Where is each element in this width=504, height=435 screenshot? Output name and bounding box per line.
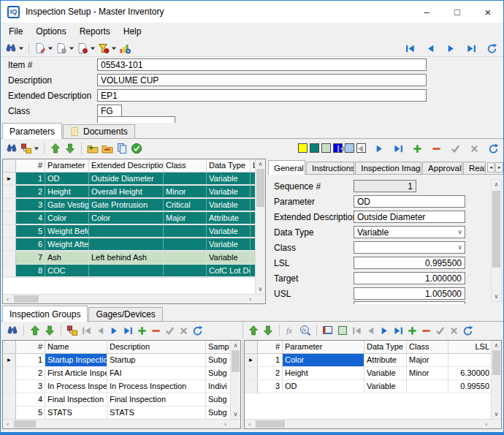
cell[interactable]: Subg: [206, 367, 230, 379]
cell[interactable]: 5: [16, 225, 45, 238]
tab-inspection-image[interactable]: Inspection Image: [355, 162, 421, 174]
cell[interactable]: First Article Inspection: [45, 367, 107, 379]
next-row-button[interactable]: [373, 140, 386, 156]
column-header[interactable]: LSL: [448, 341, 491, 353]
class-field[interactable]: FG: [97, 105, 122, 117]
table-row[interactable]: ►1Startup InspectionStartupSubg: [3, 354, 230, 367]
post-param-button[interactable]: [433, 322, 447, 338]
row-selector[interactable]: [3, 380, 16, 393]
formula-button[interactable]: [283, 322, 298, 338]
cell[interactable]: Major: [407, 354, 448, 366]
row-selector[interactable]: [3, 367, 16, 379]
delete-row-button[interactable]: [429, 140, 443, 156]
table-row[interactable]: 2First Article InspectionFAISubg: [3, 367, 230, 380]
cell[interactable]: Color: [283, 354, 364, 366]
maximize-button[interactable]: □: [442, 1, 473, 23]
uom-field[interactable]: IN: [354, 301, 465, 304]
row-selector[interactable]: [3, 199, 16, 211]
search-group-button[interactable]: [5, 322, 20, 338]
table-row[interactable]: 8COCCofC Lot Doc: [3, 265, 255, 278]
scroll-up-icon[interactable]: ∧: [231, 341, 240, 350]
tab-scroll-left-icon[interactable]: ◂: [487, 162, 495, 173]
search-dropdown-icon[interactable]: [18, 40, 25, 56]
scroll-down-icon[interactable]: ∨: [492, 292, 501, 301]
cell[interactable]: In Process Inspection: [107, 380, 206, 393]
scroll-down-icon[interactable]: ∨: [256, 284, 265, 294]
usl-field[interactable]: 1.005000: [354, 287, 465, 300]
export-group-button[interactable]: [100, 140, 115, 156]
horizontal-scrollbar[interactable]: ‹›: [245, 419, 501, 428]
edit-document-button[interactable]: [33, 40, 47, 56]
cell[interactable]: Startup Inspection: [45, 354, 107, 366]
search-button[interactable]: [4, 40, 18, 56]
cell[interactable]: 0.99550: [448, 380, 491, 393]
cell[interactable]: 3: [258, 380, 283, 393]
add-group-button[interactable]: [135, 322, 149, 338]
cell[interactable]: [164, 238, 207, 251]
class-select[interactable]: ∨: [354, 241, 465, 254]
row-selector[interactable]: [3, 238, 16, 251]
move-param-up-button[interactable]: [246, 322, 261, 338]
cell[interactable]: Minor: [407, 367, 448, 379]
cell[interactable]: In Process Inspection: [45, 380, 107, 393]
cell[interactable]: Startup: [107, 354, 206, 366]
row-selector[interactable]: [3, 406, 16, 419]
scroll-left-icon[interactable]: ‹: [245, 420, 254, 429]
cell[interactable]: 2: [16, 367, 45, 379]
description-field[interactable]: VOLUME CUP: [97, 74, 427, 86]
first-group-button[interactable]: [80, 322, 93, 338]
parameter-field[interactable]: OD: [354, 195, 465, 208]
move-param-down-button[interactable]: [261, 322, 275, 338]
cell[interactable]: 4: [16, 393, 45, 406]
document-record-button[interactable]: [75, 40, 90, 56]
cell[interactable]: 8: [16, 265, 45, 277]
cell[interactable]: FAI: [107, 367, 206, 379]
table-row[interactable]: 3In Process InspectionIn Process Inspect…: [3, 380, 230, 393]
last-row-button[interactable]: [392, 140, 405, 156]
cell[interactable]: Left behind Ash: [89, 251, 164, 264]
scroll-down-icon[interactable]: ∨: [231, 409, 240, 419]
cell[interactable]: 2: [258, 367, 283, 379]
cell[interactable]: Subg: [206, 406, 230, 419]
cell[interactable]: Attribute: [207, 212, 251, 224]
tab-inspection-groups[interactable]: Inspection Groups: [2, 306, 88, 322]
cell[interactable]: [89, 238, 164, 251]
cell[interactable]: [89, 265, 164, 277]
last-param-button[interactable]: [392, 322, 405, 338]
refresh-rows-button[interactable]: [486, 140, 500, 156]
scroll-left-icon[interactable]: ‹: [3, 295, 12, 304]
column-header[interactable]: Name: [45, 341, 107, 353]
cell[interactable]: Major: [164, 212, 207, 224]
scroll-down-icon[interactable]: ∨: [492, 409, 501, 419]
formula-preview-button[interactable]: [298, 322, 313, 338]
scrollbar-thumb[interactable]: [14, 295, 39, 303]
cell[interactable]: OD: [45, 173, 89, 185]
import-group-button[interactable]: [85, 140, 100, 156]
table-row[interactable]: ►1ColorAttributeMajor: [245, 354, 491, 367]
cell[interactable]: [164, 265, 207, 277]
refresh-groups-button[interactable]: [191, 322, 205, 338]
column-header[interactable]: Data Type: [207, 159, 251, 172]
row-selector[interactable]: [3, 265, 16, 277]
panel-view-button[interactable]: [321, 322, 335, 338]
table-row[interactable]: 2HeightOverall HeightMinorVariable: [3, 186, 255, 199]
cell[interactable]: Variable: [364, 367, 407, 379]
table-row[interactable]: 6Weight AfterVariable: [3, 238, 255, 251]
scrollbar-thumb[interactable]: [14, 420, 36, 428]
scrollbar-thumb[interactable]: [256, 169, 264, 207]
chart-settings-button[interactable]: [118, 40, 132, 56]
edit-document-dropdown-icon[interactable]: [47, 40, 54, 56]
scroll-up-icon[interactable]: ∧: [492, 341, 501, 350]
next-record-button[interactable]: [444, 40, 458, 56]
previous-param-button[interactable]: [364, 322, 378, 338]
vertical-scrollbar[interactable]: ∧∨: [491, 341, 501, 419]
cell[interactable]: Minor: [164, 186, 207, 198]
cell[interactable]: Variable: [207, 225, 251, 238]
layout-button[interactable]: [19, 140, 34, 156]
cell[interactable]: 5: [16, 406, 45, 419]
next-param-button[interactable]: [378, 322, 392, 338]
row-selector[interactable]: [245, 367, 258, 379]
scroll-right-icon[interactable]: ›: [221, 420, 230, 429]
sequence-field[interactable]: 1: [354, 180, 416, 192]
column-header[interactable]: Class: [407, 341, 448, 353]
